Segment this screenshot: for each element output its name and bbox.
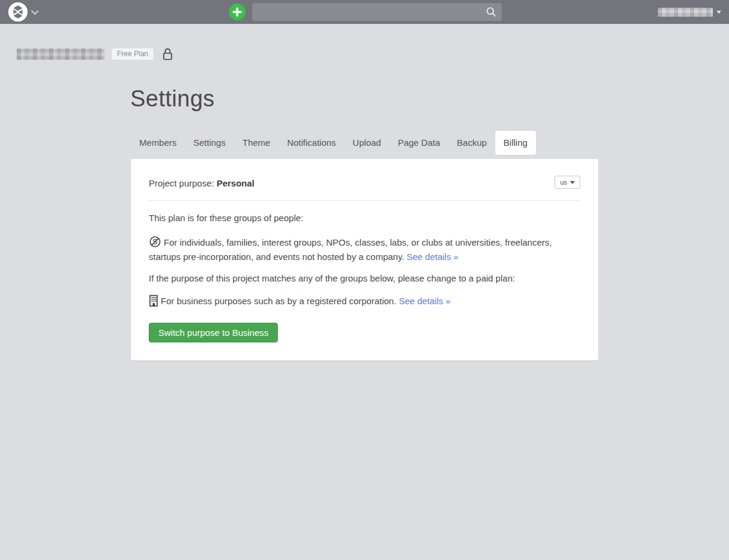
region-selector-label: us (560, 179, 567, 186)
new-page-button[interactable] (229, 4, 246, 20)
settings-tabs: Members Settings Theme Notifications Upl… (131, 131, 536, 155)
lock-icon (162, 47, 173, 61)
project-switcher-button[interactable] (8, 2, 38, 22)
tab-settings[interactable]: Settings (185, 131, 234, 155)
business-see-details-link[interactable]: See details » (399, 296, 451, 306)
tab-upload[interactable]: Upload (344, 131, 390, 155)
purpose-label: Project purpose: (149, 178, 216, 188)
plus-icon (232, 7, 242, 17)
page-title: Settings (130, 86, 215, 112)
business-purpose-description: For business purposes such as by a regis… (149, 295, 580, 310)
blurred-project-name (17, 48, 105, 60)
project-header: Free Plan (17, 47, 173, 61)
purpose-row: Project purpose: Personal us (149, 178, 580, 189)
divider (149, 200, 580, 201)
project-purpose-text: Project purpose: Personal (149, 178, 255, 189)
tab-members[interactable]: Members (131, 131, 185, 155)
building-icon (149, 295, 158, 310)
tab-notifications[interactable]: Notifications (278, 131, 344, 155)
personal-purpose-text: For individuals, families, interest grou… (149, 237, 552, 262)
user-menu-button[interactable] (658, 0, 721, 24)
plan-intro-text: This plan is for these groups of people: (149, 212, 580, 224)
search-bar (252, 3, 502, 21)
top-navbar (0, 0, 729, 24)
caret-down-icon (716, 11, 721, 14)
caret-down-icon (570, 181, 575, 184)
region-selector-button[interactable]: us (555, 176, 580, 189)
business-purpose-text: For business purposes such as by a regis… (161, 296, 396, 306)
personal-purpose-description: S For individuals, families, interest gr… (149, 235, 580, 263)
search-icon[interactable] (486, 7, 497, 17)
paid-plan-note: If the purpose of this project matches a… (149, 273, 580, 284)
billing-panel: Project purpose: Personal us This plan i… (131, 159, 598, 360)
switch-purpose-button[interactable]: Switch purpose to Business (149, 323, 278, 342)
personal-see-details-link[interactable]: See details » (406, 252, 458, 262)
no-money-icon: S (149, 235, 161, 251)
tab-theme[interactable]: Theme (234, 131, 279, 155)
tab-billing[interactable]: Billing (495, 131, 536, 155)
tab-backup[interactable]: Backup (449, 131, 495, 155)
scrapbox-logo-icon (8, 2, 27, 22)
chevron-down-icon (31, 7, 39, 15)
search-input[interactable] (252, 3, 486, 21)
blurred-user-name (658, 8, 713, 17)
tab-page-data[interactable]: Page Data (390, 131, 449, 155)
plan-badge: Free Plan (112, 48, 154, 60)
purpose-value: Personal (216, 178, 254, 188)
